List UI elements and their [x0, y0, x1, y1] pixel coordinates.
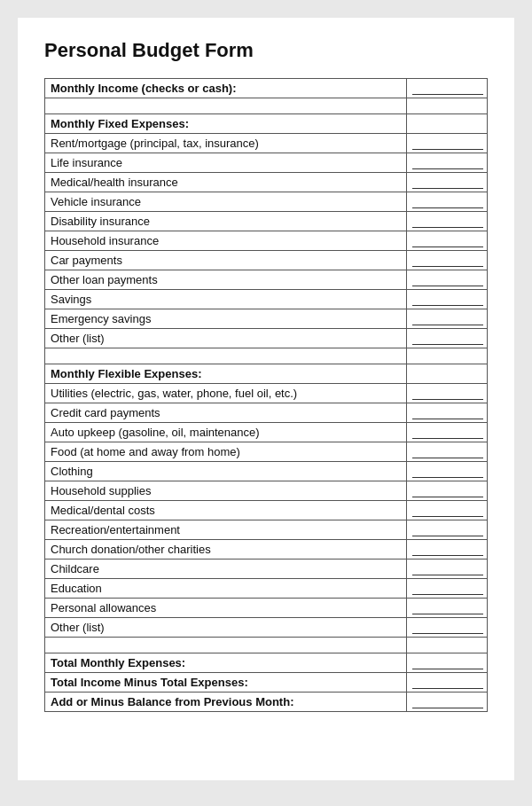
- section-header-value: [407, 114, 488, 134]
- row-label: Rent/mortgage (principal, tax, insurance…: [45, 134, 407, 153]
- row-value[interactable]: [407, 290, 488, 309]
- row-label: Medical/dental costs: [45, 501, 407, 520]
- row-value[interactable]: [407, 423, 488, 442]
- row-label: Food (at home and away from home): [45, 442, 407, 462]
- row-label: Other (list): [45, 618, 407, 638]
- row-label: Life insurance: [45, 153, 407, 173]
- row-label: Disability insurance: [45, 212, 407, 231]
- row-label: Personal allowances: [45, 599, 407, 618]
- row-value[interactable]: [407, 134, 488, 153]
- section-header-value: [407, 364, 488, 384]
- row-value[interactable]: [407, 153, 488, 173]
- row-label: Credit card payments: [45, 403, 407, 423]
- row-value[interactable]: [407, 173, 488, 192]
- page-title: Personal Budget Form: [44, 39, 488, 62]
- bold-row-label: Total Monthly Expenses:: [45, 653, 407, 673]
- page: Personal Budget Form Monthly Income (che…: [18, 18, 514, 780]
- bold-row-label: Total Income Minus Total Expenses:: [45, 673, 407, 693]
- section-header-label: Monthly Flexible Expenses:: [45, 364, 407, 384]
- row-label: Auto upkeep (gasoline, oil, maintenance): [45, 423, 407, 442]
- budget-table: Monthly Income (checks or cash):Monthly …: [44, 78, 488, 712]
- row-value[interactable]: [407, 231, 488, 251]
- empty-value: [407, 98, 488, 114]
- bold-row-value[interactable]: [407, 653, 488, 673]
- row-label: Childcare: [45, 560, 407, 579]
- row-label: Emergency savings: [45, 309, 407, 329]
- row-label: Utilities (electric, gas, water, phone, …: [45, 384, 407, 403]
- row-value[interactable]: [407, 251, 488, 270]
- row-value[interactable]: [407, 462, 488, 481]
- row-value[interactable]: [407, 309, 488, 329]
- bold-row-value[interactable]: [407, 673, 488, 693]
- row-value[interactable]: [407, 579, 488, 599]
- row-value[interactable]: [407, 540, 488, 560]
- row-label: Household insurance: [45, 231, 407, 251]
- empty-value: [407, 348, 488, 364]
- row-value[interactable]: [407, 442, 488, 462]
- row-value[interactable]: [407, 520, 488, 540]
- row-label: Church donation/other charities: [45, 540, 407, 560]
- bold-row-value[interactable]: [407, 693, 488, 712]
- section-header-value[interactable]: [407, 79, 488, 98]
- row-value[interactable]: [407, 384, 488, 403]
- row-value[interactable]: [407, 481, 488, 501]
- row-value[interactable]: [407, 192, 488, 212]
- row-value[interactable]: [407, 599, 488, 618]
- bold-row-label: Add or Minus Balance from Previous Month…: [45, 693, 407, 712]
- row-value[interactable]: [407, 560, 488, 579]
- row-label: Recreation/entertainment: [45, 520, 407, 540]
- empty-cell: [45, 98, 407, 114]
- row-value[interactable]: [407, 329, 488, 348]
- row-label: Household supplies: [45, 481, 407, 501]
- row-value[interactable]: [407, 501, 488, 520]
- row-label: Clothing: [45, 462, 407, 481]
- empty-cell: [45, 638, 407, 653]
- row-label: Other loan payments: [45, 270, 407, 290]
- row-value[interactable]: [407, 270, 488, 290]
- section-header-label: Monthly Fixed Expenses:: [45, 114, 407, 134]
- row-label: Vehicle insurance: [45, 192, 407, 212]
- empty-cell: [45, 348, 407, 364]
- row-label: Other (list): [45, 329, 407, 348]
- row-value[interactable]: [407, 618, 488, 638]
- row-label: Savings: [45, 290, 407, 309]
- section-header-label: Monthly Income (checks or cash):: [45, 79, 407, 98]
- row-label: Medical/health insurance: [45, 173, 407, 192]
- empty-value: [407, 638, 488, 653]
- row-value[interactable]: [407, 212, 488, 231]
- row-label: Car payments: [45, 251, 407, 270]
- row-value[interactable]: [407, 403, 488, 423]
- row-label: Education: [45, 579, 407, 599]
